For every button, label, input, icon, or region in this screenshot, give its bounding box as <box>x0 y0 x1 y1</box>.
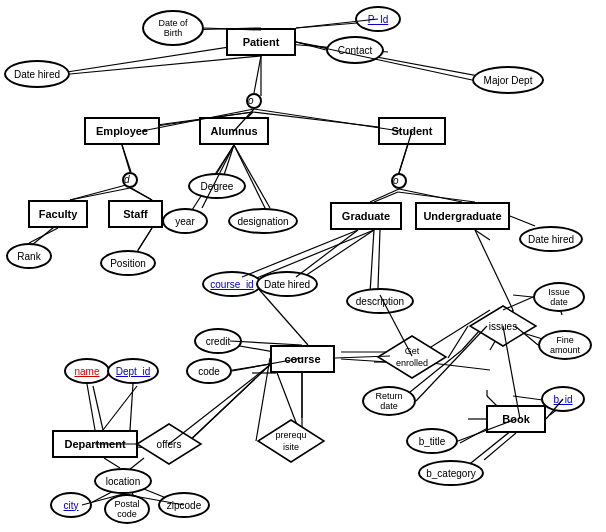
svg-line-10 <box>70 185 126 200</box>
ellipse-dob: Date ofBirth <box>142 10 204 46</box>
svg-line-16 <box>374 192 398 202</box>
svg-line-108 <box>448 326 468 358</box>
diamond-prereq: prerequisite <box>256 418 326 464</box>
ellipse-postalcode: Postalcode <box>104 494 150 524</box>
entity-employee: Employee <box>84 117 160 145</box>
svg-line-86 <box>234 145 270 208</box>
ellipse-designation: designation <box>228 208 298 234</box>
label-d: d <box>124 174 130 185</box>
svg-line-22 <box>370 230 374 293</box>
ellipse-deptid: Dept_id <box>107 358 159 384</box>
ellipse-courseid: course_id <box>202 271 262 297</box>
ellipse-datehired2: Date hired <box>256 271 318 297</box>
svg-line-92 <box>378 230 380 288</box>
entity-staff: Staff <box>108 200 163 228</box>
svg-text:Get: Get <box>405 346 420 356</box>
svg-line-30 <box>93 386 103 430</box>
svg-line-17 <box>398 192 475 202</box>
ellipse-bcategory: b_category <box>418 460 484 486</box>
svg-line-19 <box>137 228 152 252</box>
svg-line-80 <box>70 188 130 200</box>
ellipse-fineamount: Fineamount <box>538 330 592 360</box>
svg-text:prerequ: prerequ <box>275 430 306 440</box>
ellipse-pid: P_Id <box>355 6 401 32</box>
entity-graduate: Graduate <box>330 202 402 230</box>
ellipse-location: location <box>94 468 152 494</box>
ellipse-contact: Contact <box>326 36 384 64</box>
svg-line-81 <box>130 188 152 200</box>
svg-line-72 <box>296 42 326 50</box>
svg-line-79 <box>122 145 130 172</box>
svg-marker-65 <box>258 420 324 462</box>
entity-department: Department <box>52 430 138 458</box>
entity-alumnus: Alumnus <box>199 117 269 145</box>
svg-line-23 <box>475 230 490 240</box>
svg-marker-60 <box>378 336 446 378</box>
diamond-offers: offers <box>135 422 203 466</box>
label-o2: o <box>393 175 399 186</box>
svg-text:isite: isite <box>283 442 299 452</box>
svg-line-44 <box>475 230 513 310</box>
svg-line-74 <box>296 42 472 80</box>
ellipse-btitle: b_title <box>406 428 458 454</box>
svg-line-9 <box>122 145 131 172</box>
entity-student: Student <box>378 117 446 145</box>
er-diagram-canvas: Patient Employee Alumnus Student Faculty… <box>0 0 606 532</box>
entity-patient: Patient <box>226 28 296 56</box>
svg-line-83 <box>138 228 152 250</box>
ellipse-credit: credit <box>194 328 242 354</box>
svg-text:enrolled: enrolled <box>396 358 428 368</box>
svg-line-31 <box>103 386 137 430</box>
entity-course: course <box>270 345 335 373</box>
svg-line-89 <box>399 189 462 202</box>
svg-line-28 <box>276 370 297 425</box>
svg-line-82 <box>29 228 58 243</box>
svg-line-91 <box>296 230 358 277</box>
diamond-getenrolled: Getenrolled <box>376 334 448 380</box>
svg-line-114 <box>484 433 516 460</box>
entity-undergraduate: Undergraduate <box>415 202 510 230</box>
ellipse-description: description <box>346 288 414 314</box>
label-o1: o <box>248 95 254 106</box>
svg-text:issues: issues <box>489 321 517 332</box>
ellipse-degree: Degree <box>188 173 246 199</box>
diamond-issues: issues <box>468 304 538 348</box>
ellipse-rank: Rank <box>6 243 52 269</box>
ellipse-majordept: Major Dept <box>472 66 544 94</box>
svg-line-84 <box>217 145 234 173</box>
ellipse-zipcode: zipcode <box>158 492 210 518</box>
svg-line-12 <box>224 145 234 175</box>
ellipse-city: city <box>50 492 92 518</box>
svg-line-102 <box>87 384 95 430</box>
svg-line-88 <box>370 189 399 202</box>
ellipse-position: Position <box>100 250 156 276</box>
ellipse-year: year <box>162 208 208 234</box>
svg-line-93 <box>510 216 535 226</box>
svg-line-90 <box>242 230 358 277</box>
ellipse-datehired1: Date hired <box>4 60 70 88</box>
svg-line-75 <box>254 56 261 93</box>
svg-text:offers: offers <box>157 439 182 450</box>
ellipse-issuedate: Issuedate <box>533 282 585 312</box>
entity-book: Book <box>486 405 546 433</box>
ellipse-returndate: Returndate <box>362 386 416 416</box>
ellipse-name: name <box>64 358 110 384</box>
svg-line-73 <box>70 56 261 74</box>
svg-line-103 <box>130 384 133 430</box>
ellipse-datehired3: Date hired <box>519 226 583 252</box>
ellipse-code: code <box>186 358 232 384</box>
entity-faculty: Faculty <box>28 200 88 228</box>
ellipse-bid: b_id <box>541 386 585 412</box>
svg-line-104 <box>104 458 120 468</box>
